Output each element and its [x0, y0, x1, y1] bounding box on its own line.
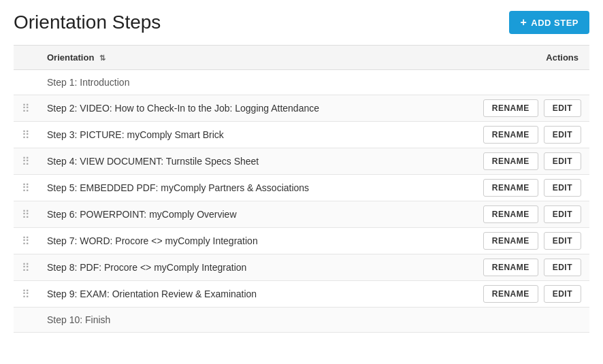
step-label: Step 1: Introduction — [39, 70, 589, 95]
actions-cell: RENAME EDIT — [430, 201, 589, 228]
edit-button[interactable]: EDIT — [544, 205, 581, 223]
rename-button[interactable]: RENAME — [483, 285, 538, 303]
empty-drag-cell — [14, 70, 39, 95]
step-label: Step 2: VIDEO: How to Check-In to the Jo… — [39, 95, 430, 122]
drag-handle-cell: ⠿ — [14, 281, 39, 308]
drag-handle-cell: ⠿ — [14, 122, 39, 148]
page-header: Orientation Steps + ADD STEP — [14, 11, 589, 34]
drag-handle-cell: ⠿ — [14, 148, 39, 175]
step-label: Step 3: PICTURE: myComply Smart Brick — [39, 122, 430, 148]
step-label: Step 5: EMBEDDED PDF: myComply Partners … — [39, 175, 430, 201]
table-row: ⠿ Step 2: VIDEO: How to Check-In to the … — [14, 95, 589, 122]
rename-button[interactable]: RENAME — [483, 99, 538, 117]
actions-cell: RENAME EDIT — [430, 254, 589, 281]
table-row: ⠿ Step 9: EXAM: Orientation Review & Exa… — [14, 281, 589, 308]
table-row: ⠿ Step 8: PDF: Procore <> myComply Integ… — [14, 254, 589, 281]
sort-icon: ⇅ — [99, 54, 105, 63]
drag-handle-cell: ⠿ — [14, 175, 39, 201]
drag-handle-cell: ⠿ — [14, 201, 39, 228]
drag-handle-icon[interactable]: ⠿ — [22, 129, 31, 141]
table-header-row: Orientation ⇅ Actions — [14, 46, 589, 70]
drag-handle-icon[interactable]: ⠿ — [22, 262, 31, 274]
drag-col-header — [14, 46, 39, 70]
drag-handle-icon[interactable]: ⠿ — [22, 182, 31, 194]
actions-cell: RENAME EDIT — [430, 122, 589, 148]
drag-handle-cell: ⠿ — [14, 95, 39, 122]
actions-cell: RENAME EDIT — [430, 95, 589, 122]
edit-button[interactable]: EDIT — [544, 232, 581, 250]
table-row: Step 10: Finish — [14, 308, 589, 333]
step-label: Step 9: EXAM: Orientation Review & Exami… — [39, 281, 430, 308]
rename-button[interactable]: RENAME — [483, 179, 538, 197]
rename-button[interactable]: RENAME — [483, 126, 538, 144]
table-row: ⠿ Step 3: PICTURE: myComply Smart Brick … — [14, 122, 589, 148]
orientation-steps-table: Orientation ⇅ Actions Step 1: Introducti… — [14, 45, 589, 333]
actions-cell: RENAME EDIT — [430, 148, 589, 175]
actions-cell: RENAME EDIT — [430, 175, 589, 201]
table-row: Step 1: Introduction — [14, 70, 589, 95]
actions-cell: RENAME EDIT — [430, 228, 589, 254]
add-step-label: ADD STEP — [531, 18, 578, 28]
drag-handle-cell: ⠿ — [14, 228, 39, 254]
rename-button[interactable]: RENAME — [483, 152, 538, 170]
drag-handle-icon[interactable]: ⠿ — [22, 288, 31, 300]
page-title: Orientation Steps — [14, 12, 161, 33]
add-step-button[interactable]: + ADD STEP — [509, 11, 589, 34]
table-row: ⠿ Step 7: WORD: Procore <> myComply Inte… — [14, 228, 589, 254]
edit-button[interactable]: EDIT — [544, 259, 581, 276]
drag-handle-icon[interactable]: ⠿ — [22, 235, 31, 247]
drag-handle-icon[interactable]: ⠿ — [22, 103, 31, 114]
rename-button[interactable]: RENAME — [483, 232, 538, 250]
edit-button[interactable]: EDIT — [544, 126, 581, 144]
table-row: ⠿ Step 6: POWERPOINT: myComply Overview … — [14, 201, 589, 228]
step-label: Step 8: PDF: Procore <> myComply Integra… — [39, 254, 430, 281]
drag-handle-cell: ⠿ — [14, 254, 39, 281]
empty-drag-cell — [14, 308, 39, 333]
edit-button[interactable]: EDIT — [544, 285, 581, 303]
orientation-col-header: Orientation ⇅ — [39, 46, 430, 70]
edit-button[interactable]: EDIT — [544, 99, 581, 117]
step-label: Step 4: VIEW DOCUMENT: Turnstile Specs S… — [39, 148, 430, 175]
edit-button[interactable]: EDIT — [544, 179, 581, 197]
step-label: Step 10: Finish — [39, 308, 589, 333]
rename-button[interactable]: RENAME — [483, 259, 538, 276]
table-row: ⠿ Step 5: EMBEDDED PDF: myComply Partner… — [14, 175, 589, 201]
edit-button[interactable]: EDIT — [544, 152, 581, 170]
actions-cell: RENAME EDIT — [430, 281, 589, 308]
drag-handle-icon[interactable]: ⠿ — [22, 156, 31, 167]
actions-col-header: Actions — [430, 46, 589, 70]
table-row: ⠿ Step 4: VIEW DOCUMENT: Turnstile Specs… — [14, 148, 589, 175]
plus-icon: + — [520, 16, 527, 29]
step-label: Step 7: WORD: Procore <> myComply Integr… — [39, 228, 430, 254]
step-label: Step 6: POWERPOINT: myComply Overview — [39, 201, 430, 228]
rename-button[interactable]: RENAME — [483, 205, 538, 223]
drag-handle-icon[interactable]: ⠿ — [22, 209, 31, 220]
